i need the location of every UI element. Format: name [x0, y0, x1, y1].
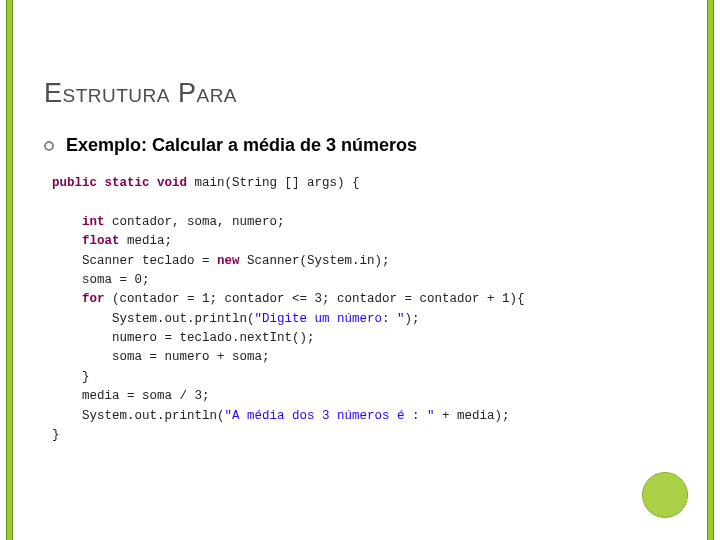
- code-text: }: [52, 428, 60, 442]
- left-decor-stripe: [6, 0, 13, 540]
- code-text: }: [52, 370, 90, 384]
- kw-for: for: [82, 292, 105, 306]
- code-text: Scanner(System.in);: [240, 254, 390, 268]
- slide-title: Estrutura Para: [44, 78, 680, 109]
- code-text: media;: [120, 234, 173, 248]
- code-text: );: [405, 312, 420, 326]
- decor-circle: [642, 472, 688, 518]
- code-text: contador, soma, numero;: [105, 215, 285, 229]
- bullet-icon: [44, 141, 54, 151]
- code-text: numero = teclado.nextInt();: [52, 331, 315, 345]
- code-text: System.out.println(: [52, 312, 255, 326]
- slide-content: Estrutura Para Exemplo: Calcular a média…: [44, 78, 680, 445]
- kw-new: new: [217, 254, 240, 268]
- right-decor-stripe: [707, 0, 714, 540]
- slide-subtitle: Exemplo: Calcular a média de 3 números: [66, 135, 417, 156]
- code-block: public static void main(String [] args) …: [52, 174, 680, 445]
- subtitle-row: Exemplo: Calcular a média de 3 números: [44, 135, 680, 156]
- kw-float: float: [82, 234, 120, 248]
- kw-int: int: [82, 215, 105, 229]
- code-text: soma = 0;: [52, 273, 150, 287]
- kw-static: static: [105, 176, 150, 190]
- code-text: media = soma / 3;: [52, 389, 210, 403]
- code-text: + media);: [435, 409, 510, 423]
- code-text: System.out.println(: [52, 409, 225, 423]
- code-text: (contador = 1; contador <= 3; contador =…: [105, 292, 525, 306]
- code-text: Scanner teclado =: [52, 254, 217, 268]
- code-text: main(String [] args) {: [187, 176, 360, 190]
- kw-public: public: [52, 176, 97, 190]
- kw-void: void: [157, 176, 187, 190]
- str-literal: "Digite um número: ": [255, 312, 405, 326]
- code-text: soma = numero + soma;: [52, 350, 270, 364]
- str-literal: "A média dos 3 números é : ": [225, 409, 435, 423]
